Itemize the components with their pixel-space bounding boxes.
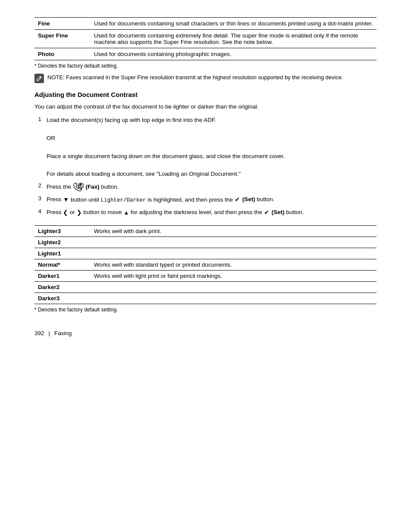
- down-arrow-icon: ▼: [63, 195, 69, 205]
- row-label: Photo: [34, 48, 90, 60]
- right-arrow-icon: ❯: [77, 208, 82, 218]
- row-description: Used for documents containing extremely …: [90, 30, 377, 48]
- footer-separator: |: [49, 330, 50, 336]
- row-description: Works well with standard typed or printe…: [90, 259, 377, 270]
- step-4-or: or: [70, 209, 77, 216]
- step-2-fax-label: (Fax) button.: [86, 184, 119, 190]
- step-3: 3 Press ▼ button until Lighter/Darker is…: [34, 195, 377, 205]
- steps-list: 1 Load the document(s) facing up with to…: [34, 116, 377, 218]
- row-description: Works well with light print or faint pen…: [90, 270, 377, 281]
- row-label: Lighter2: [34, 236, 90, 248]
- row-label: Lighter3: [34, 225, 90, 236]
- step-1-or: OR: [47, 135, 55, 141]
- row-description: Used for documents containing small char…: [90, 18, 377, 30]
- table-row: Normal*Works well with standard typed or…: [34, 259, 377, 270]
- contrast-table: Lighter3Works well with dark print.Light…: [34, 225, 377, 304]
- pencil-icon: [36, 75, 42, 81]
- check-icon-step4: ✔: [264, 208, 269, 218]
- note-text: NOTE: Faxes scanned in the Super Fine re…: [47, 73, 343, 82]
- step-1-sub2: For details about loading a document, se…: [47, 171, 241, 177]
- row-description: Used for documents containing photograph…: [90, 48, 377, 60]
- row-label: Normal*: [34, 259, 90, 270]
- row-description: [90, 281, 377, 292]
- check-icon-step3: ✔: [235, 195, 240, 205]
- table-row: Lighter1: [34, 248, 377, 259]
- step-3-text: Press: [47, 196, 63, 203]
- page-footer: 392 | Faxing: [34, 330, 377, 336]
- step-1-text: Load the document(s) facing up with top …: [47, 117, 216, 123]
- left-arrow-icon: ❮: [63, 208, 68, 218]
- table-row: Darker1Works well with light print or fa…: [34, 270, 377, 281]
- row-label: Darker3: [34, 292, 90, 304]
- step-1-content: Load the document(s) facing up with top …: [47, 116, 285, 179]
- step-4-text2: button to move: [84, 209, 124, 216]
- row-label: Lighter1: [34, 248, 90, 259]
- step-2: 2 Press the (Fax) button.: [34, 182, 377, 192]
- resolution-table: FineUsed for documents containing small …: [34, 17, 377, 60]
- step-3-num: 3: [34, 195, 41, 202]
- step-3-text2: button until Lighter/Darker is highlight…: [71, 196, 234, 203]
- table-row: Lighter3Works well with dark print.: [34, 225, 377, 236]
- top-footnote: * Denotes the factory default setting.: [34, 63, 377, 69]
- row-description: [90, 236, 377, 248]
- footer-section: Faxing: [54, 330, 72, 336]
- row-description: [90, 248, 377, 259]
- row-label: Darker2: [34, 281, 90, 292]
- page-number: 392: [34, 330, 44, 336]
- row-label: Super Fine: [34, 30, 90, 48]
- step-4-text3: for adjusting the darkness level, and th…: [131, 209, 264, 216]
- triangle-up-icon: ▲: [124, 208, 129, 217]
- note-icon: [34, 74, 44, 83]
- table-row: FineUsed for documents containing small …: [34, 18, 377, 30]
- section-title: Adjusting the Document Contrast: [34, 91, 377, 98]
- step-2-num: 2: [34, 182, 41, 189]
- row-description: [90, 292, 377, 304]
- step-3-content: Press ▼ button until Lighter/Darker is h…: [47, 195, 274, 205]
- row-label: Darker1: [34, 270, 90, 281]
- bottom-footnote: * Denotes the factory default setting.: [34, 307, 377, 313]
- table-row: Darker2: [34, 281, 377, 292]
- table-row: Super FineUsed for documents containing …: [34, 30, 377, 48]
- table-row: Darker3: [34, 292, 377, 304]
- table-row: Lighter2: [34, 236, 377, 248]
- note-box: NOTE: Faxes scanned in the Super Fine re…: [34, 73, 377, 83]
- fax-icon: [73, 182, 84, 192]
- step-4: 4 Press ❮ or ❯ button to move ▲ for adju…: [34, 208, 377, 218]
- step-4-num: 4: [34, 208, 41, 215]
- step-4-content: Press ❮ or ❯ button to move ▲ for adjust…: [47, 208, 304, 218]
- step-2-text: Press the: [47, 184, 73, 190]
- step-2-content: Press the (Fax) button.: [47, 182, 119, 192]
- row-description: Works well with dark print.: [90, 225, 377, 236]
- step-4-set: (Set) button.: [271, 209, 304, 216]
- step-1-num: 1: [34, 116, 41, 122]
- step-4-text: Press: [47, 209, 63, 216]
- intro-text: You can adjust the contrast of the fax d…: [34, 103, 377, 112]
- table-row: PhotoUsed for documents containing photo…: [34, 48, 377, 60]
- step-3-set: (Set) button.: [242, 196, 274, 203]
- row-label: Fine: [34, 18, 90, 30]
- step-1-sub1: Place a single document facing down on t…: [47, 153, 285, 159]
- step-1: 1 Load the document(s) facing up with to…: [34, 116, 377, 179]
